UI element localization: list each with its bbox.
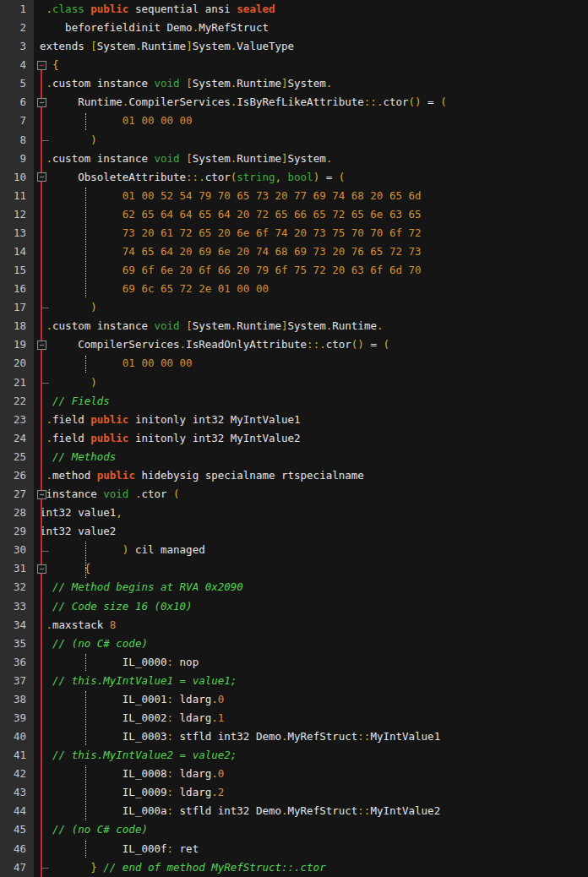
- code-line[interactable]: 01 00 00 00: [34, 112, 588, 130]
- code-line[interactable]: IL_000a: stfld int32 Demo.MyRefStruct::M…: [34, 802, 588, 820]
- code-line[interactable]: .field public initonly int32 MyIntValue1: [34, 411, 588, 429]
- code-line[interactable]: instance void .ctor (: [34, 485, 588, 504]
- code-line[interactable]: .custom instance void [System.Runtime]Sy…: [34, 74, 588, 93]
- code-line[interactable]: {: [34, 56, 588, 74]
- code-line[interactable]: IL_0008: ldarg.0: [34, 765, 588, 783]
- code-token: string: [237, 171, 275, 183]
- code-line[interactable]: 74 65 64 20 69 6e 20 74 68 69 73 20 76 6…: [34, 242, 588, 261]
- code-line[interactable]: ): [34, 373, 588, 392]
- code-line[interactable]: .field public initonly int32 MyIntValue2: [34, 429, 588, 448]
- code-token: initonly int32 MyIntValue1: [128, 413, 300, 426]
- code-line[interactable]: // Methods: [34, 448, 588, 466]
- line-number: 4: [0, 56, 34, 74]
- code-line[interactable]: ) cil managed: [34, 541, 588, 559]
- minus-icon: [40, 345, 44, 346]
- code-token: :: [167, 693, 174, 705]
- code-token: field: [52, 432, 90, 444]
- fold-collapse-button[interactable]: [37, 98, 46, 107]
- code-line[interactable]: // Code size 16 (0x10): [34, 597, 588, 616]
- code-line[interactable]: extends [System.Runtime]System.ValueType: [34, 37, 588, 56]
- indent-whitespace: [40, 786, 122, 798]
- indent-whitespace: [40, 693, 122, 705]
- code-line[interactable]: {: [34, 559, 588, 578]
- code-token: public: [90, 3, 128, 15]
- line-number: 43: [0, 783, 34, 802]
- code-token: // (no C# code): [52, 823, 148, 836]
- code-token: void: [154, 77, 179, 90]
- code-token: beforefieldinit Demo: [65, 21, 193, 34]
- code-line[interactable]: // (no C# code): [34, 635, 588, 653]
- code-line[interactable]: int32 value1,: [34, 504, 588, 522]
- code-token: ldarg: [173, 767, 211, 780]
- line-number: 45: [0, 820, 34, 839]
- code-line[interactable]: 01 00 00 00: [34, 354, 588, 373]
- code-line[interactable]: beforefieldinit Demo.MyRefStruct: [34, 19, 588, 37]
- code-token: .: [281, 730, 288, 743]
- code-token: .: [46, 432, 53, 444]
- code-line[interactable]: // (no C# code): [34, 820, 588, 839]
- code-line[interactable]: .method public hidebysig specialname rts…: [34, 466, 588, 485]
- code-token: 69 6f 6e 20 6f 66 20 79 6f 75 72 20 63 6…: [122, 264, 422, 276]
- fold-end-marker: [42, 551, 49, 552]
- code-line[interactable]: IL_0002: ldarg.1: [34, 709, 588, 727]
- code-line[interactable]: ): [34, 131, 588, 150]
- code-line[interactable]: } // end of method MyRefStruct::.ctor: [34, 858, 588, 877]
- code-token: ,: [116, 506, 122, 519]
- code-token: .: [46, 618, 53, 631]
- minus-icon: [40, 102, 44, 103]
- code-token: .: [46, 413, 53, 426]
- code-line[interactable]: ObsoleteAttribute::.ctor(string, bool) =…: [34, 168, 588, 187]
- code-token: 01 00 52 54 79 70 65 73 20 77 69 74 68 2…: [122, 189, 422, 202]
- line-number: 19: [0, 335, 34, 354]
- code-line[interactable]: .maxstack 8: [34, 616, 588, 635]
- line-number: 46: [0, 840, 34, 858]
- code-token: System: [193, 77, 231, 90]
- code-line[interactable]: .class public sequential ansi sealed: [34, 0, 588, 19]
- line-number: 29: [0, 522, 34, 541]
- code-token: {: [84, 562, 91, 575]
- code-line[interactable]: CompilerServices.IsReadOnlyAttribute::.c…: [34, 335, 588, 354]
- code-token: (: [383, 338, 389, 351]
- code-line[interactable]: Runtime.CompilerServices.IsByRefLikeAttr…: [34, 93, 588, 112]
- indent-whitespace: [40, 543, 122, 556]
- code-token: void: [154, 319, 179, 332]
- code-token: 1: [218, 711, 225, 724]
- code-line[interactable]: 69 6c 65 72 2e 01 00 00: [34, 280, 588, 298]
- code-token: .: [46, 152, 53, 165]
- line-number: 25: [0, 448, 34, 466]
- code-line[interactable]: 62 65 64 64 65 64 20 72 65 66 65 72 65 6…: [34, 205, 588, 224]
- il-code-editor: 1234567891011121314151617181920212223242…: [0, 0, 588, 877]
- code-token: [180, 77, 187, 90]
- code-token: 62 65 64 64 65 64 20 72 65 66 65 72 65 6…: [122, 208, 422, 221]
- code-line[interactable]: 69 6f 6e 20 6f 66 20 79 6f 75 72 20 63 6…: [34, 261, 588, 280]
- code-token: }: [90, 861, 97, 874]
- line-number: 1: [0, 0, 34, 19]
- fold-collapse-button[interactable]: [37, 490, 46, 499]
- code-line[interactable]: ): [34, 298, 588, 317]
- code-token: CompilerServices: [78, 338, 179, 351]
- code-line[interactable]: // this.MyIntValue2 = value2;: [34, 746, 588, 765]
- code-token: ctor: [205, 171, 231, 183]
- code-line[interactable]: // Method begins at RVA 0x2090: [34, 578, 588, 596]
- code-line[interactable]: IL_0003: stfld int32 Demo.MyRefStruct::M…: [34, 727, 588, 746]
- code-token: sequential ansi: [128, 3, 237, 15]
- code-line[interactable]: .custom instance void [System.Runtime]Sy…: [34, 150, 588, 168]
- code-line[interactable]: // this.MyIntValue1 = value1;: [34, 672, 588, 690]
- code-line[interactable]: IL_0009: ldarg.2: [34, 783, 588, 802]
- code-line[interactable]: // Fields: [34, 392, 588, 411]
- code-line[interactable]: IL_0000: nop: [34, 653, 588, 672]
- code-line[interactable]: .custom instance void [System.Runtime]Sy…: [34, 317, 588, 335]
- line-number: 16: [0, 280, 34, 298]
- code-line[interactable]: int32 value2: [34, 522, 588, 541]
- fold-collapse-button[interactable]: [37, 172, 46, 182]
- code-line[interactable]: IL_000f: ret: [34, 840, 588, 858]
- code-line[interactable]: IL_0001: ldarg.0: [34, 690, 588, 709]
- fold-collapse-button[interactable]: [37, 564, 46, 574]
- code-line[interactable]: 73 20 61 72 65 20 6e 6f 74 20 73 75 70 7…: [34, 224, 588, 242]
- code-token: :: [167, 804, 174, 817]
- code-token: // this.MyIntValue1 = value1;: [52, 674, 237, 687]
- fold-collapse-button[interactable]: [37, 340, 46, 350]
- code-area[interactable]: .class public sequential ansi sealed bef…: [34, 0, 588, 877]
- fold-collapse-button[interactable]: [37, 61, 46, 70]
- code-line[interactable]: 01 00 52 54 79 70 65 73 20 77 69 74 68 2…: [34, 187, 588, 205]
